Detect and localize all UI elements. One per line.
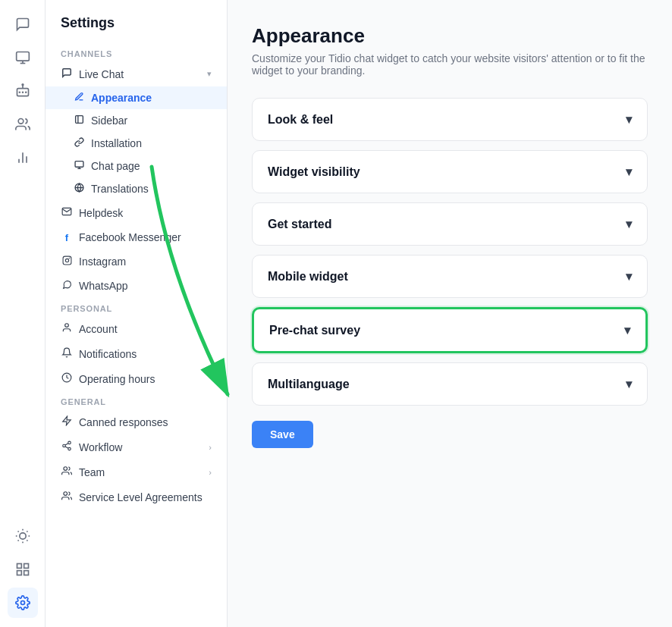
accordion-label: Widget visibility [268,165,360,179]
svg-line-42 [65,444,68,445]
helpdesk-icon [61,206,73,219]
svg-rect-27 [75,161,83,168]
accordion-header-widget-visibility[interactable]: Widget visibility ▾ [253,151,647,193]
accordion-multilanguage: Multilanguage ▾ [252,362,648,406]
svg-point-35 [65,324,69,328]
sidebar-item-installation[interactable]: Installation [46,132,227,155]
accordion-widget-visibility: Widget visibility ▾ [252,150,648,193]
accordion-chevron-look-feel: ▾ [626,112,632,127]
sidebar-item-account[interactable]: Account [46,316,227,341]
accordion-chevron-multilanguage: ▾ [626,377,632,391]
svg-line-20 [27,531,27,532]
svg-point-38 [68,441,71,444]
accordion-label: Get started [268,218,331,231]
sidebar-item-workflow[interactable]: Workflow › [46,434,227,459]
star-nav-icon[interactable] [8,521,38,551]
svg-point-34 [69,258,70,259]
svg-point-12 [19,533,25,539]
sidebar-item-label: Chat page [91,160,140,172]
live-chat-chevron: ▾ [207,69,212,79]
contacts-nav-icon[interactable] [8,109,38,140]
sidebar-item-sla[interactable]: Service Level Agreements [46,484,227,509]
sidebar-item-label: Sidebar [91,114,127,127]
grid-nav-icon[interactable] [8,554,38,585]
sidebar-item-whatsapp[interactable]: WhatsApp [46,274,227,298]
sidebar-item-label: Live Chat [79,68,124,80]
sidebar-item-appearance[interactable]: Appearance [46,86,227,109]
sidebar-item-label: Service Level Agreements [79,491,203,503]
svg-rect-23 [17,571,21,575]
sidebar-item-label: Instagram [79,256,126,268]
svg-point-39 [63,444,66,447]
bot-nav-icon[interactable] [8,76,38,106]
sidebar-item-label: Team [79,466,105,478]
sidebar-item-label: Facebook Messenger [79,231,181,243]
page-description: Customize your Tidio chat widget to catc… [252,52,648,77]
svg-line-19 [17,540,18,541]
sidebar-item-sidebar[interactable]: Sidebar [46,109,227,132]
sidebar-item-live-chat[interactable]: Live Chat ▾ [46,61,227,86]
sidebar-item-helpdesk[interactable]: Helpdesk [46,200,227,225]
installation-icon [73,137,85,149]
svg-point-8 [18,119,24,124]
operating-hours-icon [61,372,73,385]
live-chat-icon [61,67,73,80]
accordion-label: Pre-chat survey [269,324,360,337]
accordion-header-mobile-widget[interactable]: Mobile widget ▾ [253,256,647,297]
sidebar-item-chat-page[interactable]: Chat page [46,155,227,177]
accordion-header-multilanguage[interactable]: Multilanguage ▾ [253,363,647,405]
sidebar-item-canned-responses[interactable]: Canned responses [46,409,227,434]
accordion-look-feel: Look & feel ▾ [252,98,648,141]
facebook-icon: f [61,232,73,243]
team-icon [61,466,73,478]
accordion-chevron-widget-visibility: ▾ [626,165,632,179]
svg-line-15 [17,531,18,532]
sidebar-item-label: Notifications [79,348,137,360]
sidebar-item-label: Helpdesk [79,207,123,219]
personal-section-label: PERSONAL [46,298,227,316]
svg-rect-32 [63,256,71,265]
sidebar-item-label: Workflow [79,441,122,453]
sidebar-item-notifications[interactable]: Notifications [46,341,227,366]
svg-point-40 [68,447,71,450]
accordion-header-look-feel[interactable]: Look & feel ▾ [253,99,647,140]
sidebar-item-label: Translations [91,183,149,195]
settings-nav-icon[interactable] [8,588,38,618]
workflow-icon [61,440,73,453]
notifications-icon [61,347,73,360]
accordion-get-started: Get started ▾ [252,202,648,246]
team-chevron: › [209,468,212,477]
svg-rect-22 [24,564,28,569]
svg-line-41 [65,447,68,448]
sidebar-item-team[interactable]: Team › [46,459,227,484]
channels-section-label: CHANNELS [46,43,227,61]
canned-responses-icon [61,415,73,428]
sidebar-item-label: Account [79,323,118,335]
accordion-header-pre-chat-survey[interactable]: Pre-chat survey ▾ [254,309,645,351]
accordion-chevron-get-started: ▾ [626,217,632,231]
inbox-nav-icon[interactable] [8,42,38,73]
save-button[interactable]: Save [252,421,313,448]
svg-marker-37 [63,416,71,425]
svg-point-43 [64,467,68,471]
sidebar-item-label: Operating hours [79,373,155,385]
accordion-header-get-started[interactable]: Get started ▾ [253,203,647,245]
chat-nav-icon[interactable] [8,9,38,39]
page-title: Appearance [252,24,648,48]
sidebar-item-facebook[interactable]: f Facebook Messenger [46,225,227,249]
general-section-label: GENERAL [46,391,227,409]
analytics-nav-icon[interactable] [8,143,38,173]
sidebar-item-label: Installation [91,137,142,149]
sidebar-item-instagram[interactable]: Instagram [46,249,227,274]
account-icon [61,322,73,335]
appearance-icon [73,92,85,104]
accordion-label: Mobile widget [268,270,348,284]
whatsapp-icon [61,280,73,292]
workflow-chevron: › [209,443,212,452]
sidebar-item-translations[interactable]: Translations [46,177,227,200]
sidebar-item-label: WhatsApp [79,280,128,292]
instagram-icon [61,256,73,268]
svg-point-25 [20,601,24,605]
translations-icon [73,183,85,195]
sidebar-item-operating-hours[interactable]: Operating hours [46,366,227,391]
